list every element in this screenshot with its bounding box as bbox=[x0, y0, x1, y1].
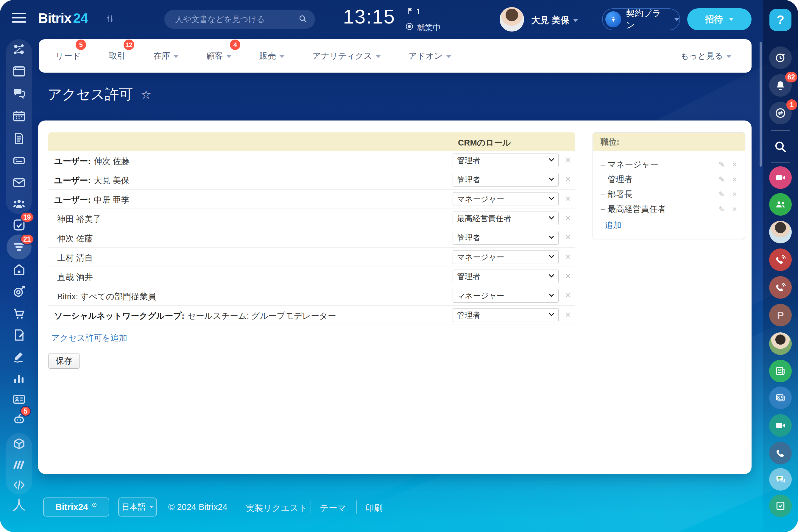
delete-icon[interactable]: × bbox=[732, 204, 737, 214]
video-conference-icon[interactable] bbox=[769, 414, 792, 437]
user-avatar[interactable] bbox=[769, 332, 792, 355]
nav-item-customers[interactable]: 顧客4 bbox=[206, 50, 231, 62]
nav-item-sales[interactable]: 販売 bbox=[259, 50, 284, 62]
favorite-star-icon[interactable]: ☆ bbox=[141, 88, 151, 101]
remove-row-icon[interactable]: × bbox=[565, 270, 571, 281]
role-select[interactable]: 管理者 bbox=[453, 308, 559, 322]
analytics-icon[interactable] bbox=[12, 371, 26, 385]
task-monitor-icon[interactable] bbox=[769, 495, 792, 517]
nav-item-analytics[interactable]: アナリティクス bbox=[312, 50, 381, 62]
sign-document-icon[interactable] bbox=[12, 328, 26, 342]
customers-badge: 4 bbox=[230, 40, 240, 50]
plan-flag[interactable]: 1 bbox=[407, 7, 421, 16]
person-icon[interactable]: 人 bbox=[12, 497, 26, 512]
language-selector[interactable]: 日本語 bbox=[118, 497, 157, 516]
market-icon[interactable] bbox=[12, 262, 26, 277]
remove-row-icon[interactable]: × bbox=[565, 232, 571, 243]
automation-cube-icon[interactable] bbox=[12, 437, 26, 451]
bitrix24-logo[interactable]: Bitrix24 bbox=[38, 10, 88, 26]
sites-icon[interactable] bbox=[12, 64, 26, 79]
crm-icon[interactable]: 21 bbox=[12, 240, 26, 254]
remove-row-icon[interactable]: × bbox=[565, 290, 571, 301]
tasks-icon[interactable]: 19 bbox=[12, 218, 26, 232]
plan-button[interactable]: 契約プラン bbox=[602, 8, 680, 30]
footer-brand-button[interactable]: Bitrix24 bbox=[43, 497, 109, 516]
help-button[interactable]: ? bbox=[769, 9, 792, 31]
remove-row-icon[interactable]: × bbox=[565, 174, 571, 185]
remove-row-icon[interactable]: × bbox=[565, 251, 571, 262]
role-select[interactable]: 最高経営責任者 bbox=[453, 212, 559, 225]
remove-row-icon[interactable]: × bbox=[565, 193, 571, 204]
save-button[interactable]: 保存 bbox=[48, 353, 80, 369]
role-select[interactable]: 管理者 bbox=[453, 270, 559, 283]
remove-row-icon[interactable]: × bbox=[565, 212, 571, 223]
time-management-icon[interactable] bbox=[769, 46, 792, 69]
market-m-icon[interactable] bbox=[12, 458, 26, 472]
delete-icon[interactable]: × bbox=[732, 160, 737, 169]
developer-code-icon[interactable] bbox=[12, 478, 26, 492]
footer-link-print[interactable]: 印刷 bbox=[365, 502, 383, 514]
e-signature-icon[interactable] bbox=[12, 349, 26, 364]
remove-row-icon[interactable]: × bbox=[565, 154, 571, 165]
row-name: 伸次 佐藤 bbox=[94, 156, 129, 166]
messenger-icon[interactable] bbox=[12, 86, 26, 100]
invite-button[interactable]: 招待 bbox=[687, 8, 751, 30]
delete-icon[interactable]: × bbox=[732, 190, 737, 199]
user-avatar[interactable] bbox=[500, 7, 524, 32]
telephony-icon[interactable] bbox=[769, 248, 792, 271]
drive-icon[interactable] bbox=[12, 154, 26, 168]
sliders-icon[interactable] bbox=[105, 14, 115, 25]
ai-assistant-icon[interactable]: 5 bbox=[12, 412, 26, 426]
hamburger-menu-icon[interactable] bbox=[12, 13, 26, 26]
positions-panel: 職位: マネージャー ✎× 管理者 ✎× 部署長 ✎× 最高経営責任者 ✎× bbox=[593, 132, 745, 239]
scrollbar[interactable] bbox=[760, 42, 762, 167]
calls-icon[interactable] bbox=[769, 276, 792, 299]
video-call-icon[interactable] bbox=[769, 166, 792, 189]
user-avatar[interactable] bbox=[769, 221, 792, 243]
remove-row-icon[interactable]: × bbox=[565, 309, 571, 320]
online-store-icon[interactable] bbox=[12, 306, 26, 321]
edit-pencil-icon[interactable]: ✎ bbox=[719, 160, 725, 169]
search-icon[interactable] bbox=[769, 135, 792, 158]
search-input[interactable] bbox=[164, 15, 298, 24]
footer-link-request[interactable]: 実装リクエスト bbox=[246, 502, 307, 514]
role-select[interactable]: 管理者 bbox=[453, 231, 559, 245]
add-position-link[interactable]: 追加 bbox=[605, 220, 621, 231]
edit-pencil-icon[interactable]: ✎ bbox=[719, 190, 725, 199]
live-feed-icon[interactable] bbox=[12, 43, 26, 57]
role-select[interactable]: マネージャー bbox=[453, 250, 559, 264]
mail-icon[interactable] bbox=[12, 175, 26, 190]
notifications-bell-icon[interactable]: 62 bbox=[769, 74, 792, 97]
phone-line-icon[interactable] bbox=[769, 442, 792, 464]
letter-p-badge[interactable]: P bbox=[769, 304, 792, 326]
user-menu[interactable]: 大見 美保 bbox=[531, 14, 578, 26]
employees-icon[interactable] bbox=[12, 197, 26, 211]
calendar-icon[interactable] bbox=[12, 109, 26, 123]
chevron-down-icon bbox=[548, 214, 555, 223]
collab-group-icon[interactable] bbox=[769, 193, 792, 216]
chat-messages-icon[interactable] bbox=[769, 468, 792, 491]
role-select[interactable]: 管理者 bbox=[453, 173, 559, 187]
nav-item-leads[interactable]: リード5 bbox=[55, 50, 81, 62]
documents-icon[interactable] bbox=[12, 131, 26, 146]
role-select[interactable]: 管理者 bbox=[453, 154, 559, 167]
edit-pencil-icon[interactable]: ✎ bbox=[719, 175, 725, 184]
nav-item-addons[interactable]: アドオン bbox=[409, 50, 451, 62]
contact-card-icon[interactable] bbox=[12, 392, 26, 406]
role-select[interactable]: マネージャー bbox=[453, 289, 559, 303]
contact-cards-icon[interactable] bbox=[769, 386, 792, 409]
edit-pencil-icon[interactable]: ✎ bbox=[719, 205, 725, 214]
role-select[interactable]: マネージャー bbox=[453, 192, 559, 206]
add-permission-link[interactable]: アクセス許可を追加 bbox=[51, 332, 127, 344]
position-item: 管理者 ✎× bbox=[593, 172, 745, 187]
work-status[interactable]: 就業中 bbox=[405, 22, 441, 33]
news-feed-icon[interactable] bbox=[769, 360, 792, 382]
nav-item-inventory[interactable]: 在庫 bbox=[153, 50, 178, 62]
nav-item-more[interactable]: もっと見る bbox=[681, 50, 731, 62]
delete-icon[interactable]: × bbox=[732, 175, 737, 184]
nav-item-deals[interactable]: 取引12 bbox=[109, 50, 125, 62]
dialogs-sync-icon[interactable]: 1 bbox=[769, 102, 792, 125]
worktime-clock[interactable]: 13:15 bbox=[343, 5, 395, 28]
footer-link-theme[interactable]: テーマ bbox=[320, 502, 346, 514]
marketing-icon[interactable] bbox=[12, 284, 26, 299]
